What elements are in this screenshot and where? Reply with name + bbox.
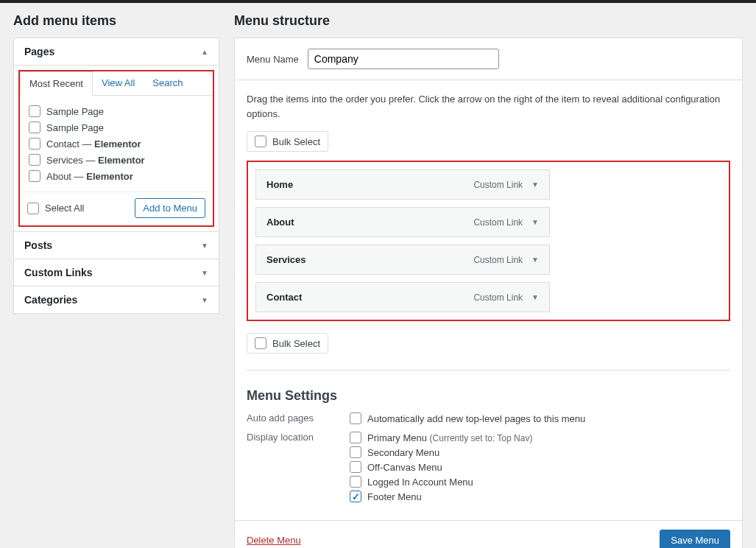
chevron-up-icon: ▲ [201,48,208,56]
location-primary-checkbox[interactable] [350,432,361,443]
accordion-categories-label: Categories [24,294,77,306]
bulk-select-label: Bulk Select [272,338,320,349]
location-label: Off-Canvas Menu [367,462,442,473]
bulk-select-checkbox[interactable] [255,136,266,147]
list-item: About — Elementor [29,168,204,184]
display-location-label: Display location [247,430,350,443]
list-item: Services — Elementor [29,152,204,168]
add-to-menu-button[interactable]: Add to Menu [135,198,205,218]
menu-item[interactable]: About Custom Link ▼ [255,207,550,237]
menu-item-type: Custom Link [473,217,523,228]
menu-item[interactable]: Contact Custom Link ▼ [255,282,550,312]
location-secondary-checkbox[interactable] [350,446,361,458]
bulk-select-checkbox[interactable] [255,337,266,349]
tab-search[interactable]: Search [144,71,191,95]
page-label: Sample Page [46,122,104,133]
page-label: Sample Page [46,106,104,117]
location-label: Primary Menu (Currently set to: Top Nav) [367,432,532,443]
tab-most-recent[interactable]: Most Recent [20,71,93,96]
menu-item-title: About [266,217,294,228]
menu-item-accordion: Pages ▲ Most Recent View All Search Samp… [13,38,219,314]
add-menu-items-heading: Add menu items [13,13,219,29]
select-all-label: Select All [45,203,84,214]
pages-tabs: Most Recent View All Search [20,71,213,96]
accordion-posts-label: Posts [24,239,52,251]
accordion-custom-links-label: Custom Links [24,267,93,278]
bulk-select-top[interactable]: Bulk Select [247,131,328,152]
menu-items-highlight: Home Custom Link ▼ About Custom Link ▼ [247,161,730,321]
location-label: Secondary Menu [367,447,439,458]
menu-item[interactable]: Services Custom Link ▼ [255,245,550,275]
auto-add-option: Automatically add new top-level pages to… [367,413,585,424]
menu-structure-heading: Menu structure [234,13,743,29]
bulk-select-bottom[interactable]: Bulk Select [247,333,328,354]
auto-add-checkbox[interactable] [350,412,361,424]
menu-item-title: Home [266,179,293,190]
list-item: Contact — Elementor [29,136,204,152]
select-all-checkbox[interactable] [27,203,39,214]
accordion-pages-label: Pages [24,46,54,57]
menu-item-title: Services [266,254,306,265]
tab-view-all[interactable]: View All [93,71,144,95]
accordion-posts[interactable]: Posts ▼ [14,232,219,259]
menu-name-input[interactable] [308,49,499,69]
chevron-down-icon[interactable]: ▼ [531,218,539,226]
chevron-down-icon: ▼ [201,269,208,277]
auto-add-label: Auto add pages [247,411,350,424]
page-checkbox[interactable] [29,154,40,166]
menu-item-type: Custom Link [473,292,523,303]
list-item: Sample Page [29,119,204,136]
menu-name-label: Menu Name [247,54,299,65]
location-offcanvas-checkbox[interactable] [350,461,361,473]
accordion-pages[interactable]: Pages ▲ [14,38,219,66]
save-menu-button[interactable]: Save Menu [660,530,730,548]
menu-settings-heading: Menu Settings [247,388,730,404]
page-checkbox[interactable] [29,170,40,182]
menu-item-type: Custom Link [473,255,523,265]
chevron-down-icon[interactable]: ▼ [531,256,539,264]
menu-item-type: Custom Link [473,180,523,190]
location-footer-checkbox[interactable] [350,491,361,502]
menu-item-title: Contact [266,292,302,303]
pages-highlight-box: Most Recent View All Search Sample Page … [18,70,214,227]
page-label: About — Elementor [46,171,133,182]
page-checkbox[interactable] [29,138,40,150]
location-logged-in-checkbox[interactable] [350,476,361,488]
menu-item[interactable]: Home Custom Link ▼ [255,169,550,200]
page-label: Contact — Elementor [46,138,141,150]
list-item: Sample Page [29,103,204,119]
accordion-custom-links[interactable]: Custom Links ▼ [14,259,219,287]
menu-structure-box: Menu Name Drag the items into the order … [234,38,743,548]
page-checkbox[interactable] [29,105,40,117]
page-checkbox[interactable] [29,122,40,133]
delete-menu-link[interactable]: Delete Menu [247,535,301,546]
instructions-text: Drag the items into the order you prefer… [247,92,730,121]
pages-list: Sample Page Sample Page Contact — Elemen… [20,96,213,192]
chevron-down-icon[interactable]: ▼ [531,180,539,189]
chevron-down-icon: ▼ [201,296,208,304]
location-label: Footer Menu [367,491,422,502]
chevron-down-icon: ▼ [201,242,208,250]
page-label: Services — Elementor [46,155,145,166]
bulk-select-label: Bulk Select [272,136,320,147]
accordion-categories[interactable]: Categories ▼ [14,287,219,313]
chevron-down-icon[interactable]: ▼ [531,293,539,301]
divider [247,370,730,370]
location-label: Logged In Account Menu [367,477,473,488]
